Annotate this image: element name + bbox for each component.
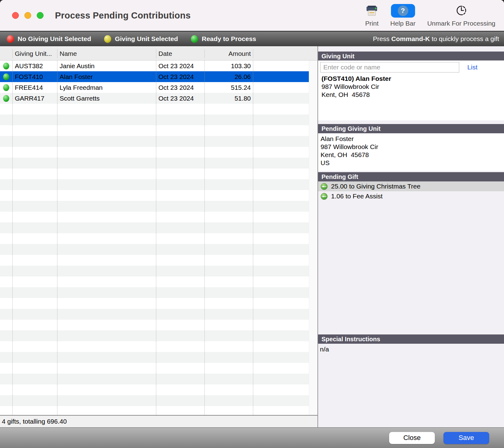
row-amount [204, 190, 253, 201]
row-amount [204, 406, 253, 415]
list-link[interactable]: List [467, 64, 477, 71]
legend-bar: No Giving Unit Selected Giving Unit Sele… [0, 31, 504, 46]
row-amount [204, 276, 253, 287]
detail-panel: Giving Unit List (FOST410) Alan Foster 9… [318, 46, 504, 427]
row-amount [204, 320, 253, 330]
giving-unit-search-input[interactable] [320, 62, 459, 73]
table-row[interactable]: FOST410 Alan Foster Oct 23 2024 26.06 [0, 71, 309, 82]
row-date [156, 158, 204, 168]
empty-table-row [0, 233, 309, 244]
row-name [57, 298, 156, 309]
row-giving-unit-code [12, 320, 57, 330]
zoom-window-icon[interactable] [37, 12, 44, 19]
empty-table-row [0, 363, 309, 374]
row-giving-unit-code [12, 255, 57, 266]
row-date [156, 352, 204, 363]
row-giving-unit-code [12, 147, 57, 158]
row-amount [204, 352, 253, 363]
giving-unit-section-header: Giving Unit [318, 52, 504, 60]
pending-gift-list: 25.00 to Giving Christmas Tree 1.06 to F… [318, 181, 504, 201]
row-name [57, 363, 156, 374]
row-date [156, 298, 204, 309]
row-name [57, 201, 156, 212]
row-amount [204, 104, 253, 114]
print-label: Print [365, 20, 379, 27]
column-header-status[interactable] [0, 49, 12, 58]
column-header-name[interactable]: Name [57, 49, 156, 58]
legend-no-giving-unit: No Giving Unit Selected [7, 35, 91, 43]
row-giving-unit-code [12, 374, 57, 384]
row-name [57, 114, 156, 125]
row-date [156, 374, 204, 384]
table-row[interactable]: GARR417 Scott Garretts Oct 23 2024 51.80 [0, 93, 309, 104]
row-date [156, 190, 204, 201]
save-button[interactable]: Save [443, 432, 489, 444]
green-status-icon [191, 35, 198, 43]
row-amount [204, 201, 253, 212]
row-giving-unit-code [12, 114, 57, 125]
table-body: AUST382 Janie Austin Oct 23 2024 103.30 … [0, 60, 309, 415]
column-header-date[interactable]: Date [156, 49, 204, 58]
row-giving-unit-code [12, 222, 57, 233]
empty-table-row [0, 168, 309, 179]
row-amount [204, 179, 253, 190]
row-name [57, 244, 156, 255]
close-window-icon[interactable] [12, 12, 19, 19]
table-row[interactable]: FREE414 Lyla Freedman Oct 23 2024 515.24 [0, 82, 309, 93]
row-giving-unit-code [12, 406, 57, 415]
pending-gift-item[interactable]: 1.06 to Fee Assist [318, 191, 504, 201]
green-arrow-dot-icon [321, 193, 328, 200]
row-extra [253, 384, 309, 395]
row-amount [204, 341, 253, 352]
row-amount [204, 266, 253, 276]
unmark-label: Unmark For Processing [427, 20, 495, 27]
close-button[interactable]: Close [389, 432, 435, 444]
row-amount [204, 298, 253, 309]
row-giving-unit-code [12, 341, 57, 352]
empty-table-row [0, 136, 309, 147]
giving-unit-section: List (FOST410) Alan Foster 987 Willowbro… [318, 60, 504, 120]
row-extra [253, 309, 309, 320]
row-amount [204, 363, 253, 374]
row-date: Oct 23 2024 [156, 71, 204, 82]
row-giving-unit-code [12, 190, 57, 201]
row-extra [253, 158, 309, 168]
row-amount: 26.06 [204, 71, 253, 82]
column-header-giving-unit[interactable]: Giving Unit... [12, 49, 57, 58]
unmark-for-processing-button[interactable]: Unmark For Processing [427, 4, 495, 27]
row-extra [253, 406, 309, 415]
help-bar-button[interactable]: ? Help Bar [390, 4, 416, 27]
giving-unit-address-2: Kent, OH 45678 [321, 91, 504, 99]
row-amount [204, 125, 253, 136]
toolbar: Print ? Help Bar Unmark [365, 4, 495, 27]
column-header-extra [253, 49, 317, 58]
empty-table-row [0, 309, 309, 320]
column-header-amount[interactable]: Amount [204, 49, 253, 58]
legend-giving-unit-selected: Giving Unit Selected [104, 35, 178, 43]
table-row[interactable]: AUST382 Janie Austin Oct 23 2024 103.30 [0, 60, 309, 71]
row-name [57, 147, 156, 158]
pending-gift-item[interactable]: 25.00 to Giving Christmas Tree [318, 181, 504, 191]
table-scrollbar-gutter[interactable] [309, 60, 317, 415]
gifts-total-status: 4 gifts, totalling 696.40 [0, 415, 317, 427]
row-giving-unit-code [12, 266, 57, 276]
empty-table-row [0, 320, 309, 330]
empty-table-row [0, 147, 309, 158]
minimize-window-icon[interactable] [24, 12, 31, 19]
pending-address-line: US [321, 159, 504, 167]
command-k-key: Command-K [391, 35, 430, 42]
row-date [156, 201, 204, 212]
row-extra [253, 179, 309, 190]
row-amount: 515.24 [204, 82, 253, 93]
print-button[interactable]: Print [365, 4, 379, 27]
row-extra [253, 395, 309, 406]
row-amount [204, 255, 253, 266]
row-extra [253, 287, 309, 298]
legend-label: Ready to Process [202, 35, 256, 43]
row-extra [253, 374, 309, 384]
row-extra [253, 190, 309, 201]
row-amount [204, 158, 253, 168]
row-name [57, 320, 156, 330]
empty-table-row [0, 212, 309, 222]
row-extra [253, 233, 309, 244]
